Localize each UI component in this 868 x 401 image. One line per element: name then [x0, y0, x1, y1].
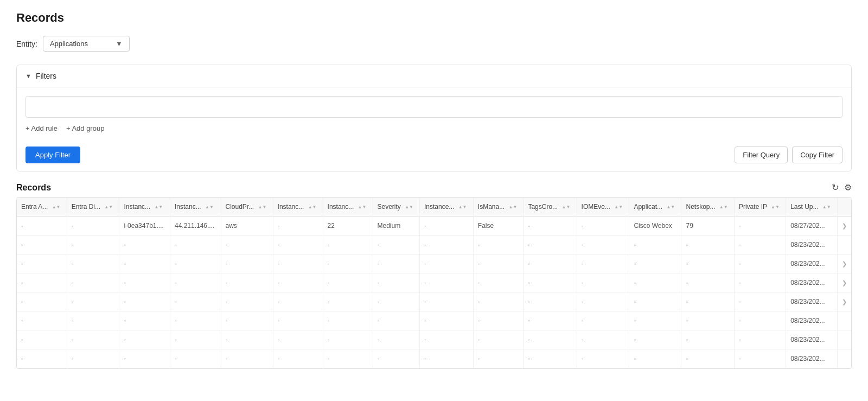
col-instanc4[interactable]: Instanc... ▲▼	[323, 198, 373, 217]
col-entra-di[interactable]: Entra Di... ▲▼	[67, 198, 119, 217]
cell-last_up: 08/23/202...	[786, 349, 838, 368]
col-iomeve[interactable]: IOMEve... ▲▼	[577, 198, 629, 217]
col-instanc5[interactable]: Instance... ▲▼	[419, 198, 473, 217]
cell-instanc2: -	[170, 349, 221, 368]
cell-instanc3: -	[273, 273, 323, 292]
cell-instanc2: 44.211.146....	[170, 217, 221, 235]
cell-entra_a: -	[17, 311, 67, 330]
add-rule-group: + Add rule + Add group	[25, 124, 843, 132]
cell-instanc4: 22	[323, 217, 373, 235]
filters-body: + Add rule + Add group	[17, 87, 851, 141]
cell-netskop: -	[681, 330, 734, 349]
col-tagscro[interactable]: TagsCro... ▲▼	[524, 198, 577, 217]
row-expand[interactable]: ❯	[838, 292, 852, 311]
col-instanc2[interactable]: Instanc... ▲▼	[170, 198, 221, 217]
expand-icon[interactable]: ❯	[842, 279, 847, 286]
col-netskop[interactable]: Netskop... ▲▼	[681, 198, 734, 217]
right-filter-buttons: Filter Query Copy Filter	[735, 147, 843, 163]
table-row: ---------------08/23/202...❯	[17, 254, 851, 273]
settings-icon[interactable]: ⚙	[844, 182, 852, 193]
cell-entra_di: -	[67, 217, 119, 235]
col-instanc1[interactable]: Click to sort ascending Instanc... ▲▼	[119, 198, 170, 217]
cell-instanc2: -	[170, 330, 221, 349]
cell-severity: -	[373, 273, 419, 292]
apply-filter-button[interactable]: Apply Filter	[25, 147, 80, 163]
cell-instanc5: -	[419, 254, 473, 273]
page-title: Records	[16, 11, 852, 25]
filters-label: Filters	[36, 72, 56, 80]
col-last-up[interactable]: Last Up... ▲▼	[786, 198, 838, 217]
row-expand	[838, 235, 852, 254]
filters-header[interactable]: ▼ Filters	[17, 65, 851, 87]
col-entra-a[interactable]: Entra A... ▲▼	[17, 198, 67, 217]
cell-private_ip: -	[734, 311, 786, 330]
cell-severity: -	[373, 254, 419, 273]
cell-severity: -	[373, 330, 419, 349]
cell-instanc5: -	[419, 292, 473, 311]
add-group-button[interactable]: + Add group	[66, 124, 104, 132]
cell-entra_a: -	[17, 235, 67, 254]
row-expand[interactable]: ❯	[838, 217, 852, 235]
cell-instanc1: -	[119, 292, 170, 311]
records-table: Entra A... ▲▼ Entra Di... ▲▼ Click to so…	[17, 198, 851, 368]
cell-ismana: -	[473, 235, 524, 254]
col-private-ip[interactable]: Private IP ▲▼	[734, 198, 786, 217]
cell-severity: -	[373, 235, 419, 254]
row-expand[interactable]: ❯	[838, 273, 852, 292]
cell-instanc1: -	[119, 273, 170, 292]
cell-netskop: 79	[681, 217, 734, 235]
cell-applicat: -	[629, 254, 681, 273]
cell-ismana: -	[473, 254, 524, 273]
cell-instanc3: -	[273, 330, 323, 349]
expand-icon[interactable]: ❯	[842, 222, 847, 229]
cell-private_ip: -	[734, 292, 786, 311]
col-ismana[interactable]: IsMana... ▲▼	[473, 198, 524, 217]
filter-input[interactable]	[25, 96, 843, 118]
cell-tagscro: -	[524, 292, 577, 311]
cell-cloudpr: -	[221, 235, 273, 254]
add-rule-button[interactable]: + Add rule	[25, 124, 58, 132]
col-applicat[interactable]: Applicat... ▲▼	[629, 198, 681, 217]
cell-netskop: -	[681, 254, 734, 273]
col-cloudpr[interactable]: CloudPr... ▲▼	[221, 198, 273, 217]
cell-instanc2: -	[170, 292, 221, 311]
row-expand[interactable]: ❯	[838, 254, 852, 273]
chevron-down-icon: ▼	[25, 73, 31, 79]
cell-entra_a: -	[17, 349, 67, 368]
col-severity[interactable]: Severity ▲▼	[373, 198, 419, 217]
refresh-icon[interactable]: ↻	[832, 182, 839, 193]
cell-instanc3: -	[273, 254, 323, 273]
cell-instanc4: -	[323, 311, 373, 330]
expand-icon[interactable]: ❯	[842, 298, 847, 305]
sort-icon: ▲▼	[719, 205, 728, 209]
cell-entra_di: -	[67, 254, 119, 273]
table-row: ---------------08/23/202...❯	[17, 273, 851, 292]
cell-netskop: -	[681, 311, 734, 330]
entity-dropdown[interactable]: Applications ▼	[43, 36, 130, 52]
table-row: ---------------08/23/202...	[17, 235, 851, 254]
sort-icon: ▲▼	[666, 205, 675, 209]
copy-filter-button[interactable]: Copy Filter	[792, 147, 843, 163]
filter-query-button[interactable]: Filter Query	[735, 147, 788, 163]
cell-applicat: -	[629, 273, 681, 292]
cell-tagscro: -	[524, 311, 577, 330]
expand-icon[interactable]: ❯	[842, 260, 847, 267]
table-header-row: Entra A... ▲▼ Entra Di... ▲▼ Click to so…	[17, 198, 851, 217]
cell-private_ip: -	[734, 273, 786, 292]
cell-instanc3: -	[273, 349, 323, 368]
sort-icon: ▲▼	[258, 205, 267, 209]
cell-severity: -	[373, 292, 419, 311]
records-title: Records	[16, 183, 51, 193]
cell-entra_di: -	[67, 311, 119, 330]
sort-icon: ▲▼	[458, 205, 467, 209]
cell-last_up: 08/23/202...	[786, 273, 838, 292]
cell-severity: Medium	[373, 217, 419, 235]
sort-icon: ▲▼	[822, 205, 831, 209]
cell-tagscro: -	[524, 349, 577, 368]
cell-entra_a: -	[17, 217, 67, 235]
cell-tagscro: -	[524, 254, 577, 273]
col-instanc3[interactable]: Instanc... ▲▼	[273, 198, 323, 217]
cell-instanc3: -	[273, 217, 323, 235]
cell-cloudpr: -	[221, 292, 273, 311]
cell-ismana: -	[473, 292, 524, 311]
